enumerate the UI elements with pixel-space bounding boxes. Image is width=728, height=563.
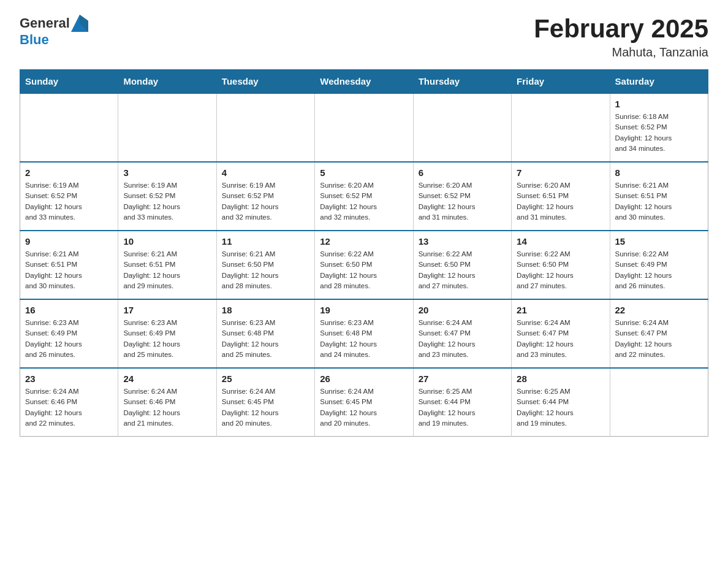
- day-info: Sunrise: 6:24 AM Sunset: 6:47 PM Dayligh…: [615, 318, 703, 360]
- calendar-cell: 17Sunrise: 6:23 AM Sunset: 6:49 PM Dayli…: [118, 299, 216, 368]
- day-info: Sunrise: 6:23 AM Sunset: 6:49 PM Dayligh…: [25, 318, 113, 360]
- calendar-cell: 28Sunrise: 6:25 AM Sunset: 6:44 PM Dayli…: [512, 368, 610, 437]
- day-info: Sunrise: 6:22 AM Sunset: 6:50 PM Dayligh…: [517, 249, 604, 291]
- day-info: Sunrise: 6:24 AM Sunset: 6:45 PM Dayligh…: [320, 386, 408, 429]
- day-number: 7: [517, 167, 604, 178]
- calendar-cell: [610, 368, 708, 437]
- calendar-cell: 15Sunrise: 6:22 AM Sunset: 6:49 PM Dayli…: [610, 231, 708, 299]
- calendar-cell: 5Sunrise: 6:20 AM Sunset: 6:52 PM Daylig…: [315, 162, 413, 231]
- day-info: Sunrise: 6:22 AM Sunset: 6:50 PM Dayligh…: [419, 249, 506, 291]
- day-info: Sunrise: 6:22 AM Sunset: 6:49 PM Dayligh…: [615, 249, 703, 291]
- day-number: 25: [222, 373, 309, 384]
- day-number: 2: [25, 167, 113, 178]
- calendar-cell: [20, 93, 118, 162]
- calendar-week-row: 9Sunrise: 6:21 AM Sunset: 6:51 PM Daylig…: [20, 231, 708, 299]
- calendar-week-row: 1Sunrise: 6:18 AM Sunset: 6:52 PM Daylig…: [20, 93, 708, 162]
- calendar-header-sunday: Sunday: [20, 70, 118, 94]
- day-info: Sunrise: 6:19 AM Sunset: 6:52 PM Dayligh…: [25, 180, 113, 223]
- day-number: 26: [320, 373, 408, 384]
- calendar-cell: 13Sunrise: 6:22 AM Sunset: 6:50 PM Dayli…: [413, 231, 511, 299]
- day-number: 13: [419, 236, 506, 247]
- calendar-cell: 25Sunrise: 6:24 AM Sunset: 6:45 PM Dayli…: [216, 368, 314, 437]
- day-number: 21: [517, 305, 604, 315]
- calendar-cell: 16Sunrise: 6:23 AM Sunset: 6:49 PM Dayli…: [20, 299, 118, 368]
- calendar-cell: 27Sunrise: 6:25 AM Sunset: 6:44 PM Dayli…: [413, 368, 511, 437]
- day-info: Sunrise: 6:18 AM Sunset: 6:52 PM Dayligh…: [615, 112, 703, 154]
- day-info: Sunrise: 6:24 AM Sunset: 6:47 PM Dayligh…: [517, 318, 604, 360]
- calendar-cell: [512, 93, 610, 162]
- calendar-cell: 19Sunrise: 6:23 AM Sunset: 6:48 PM Dayli…: [315, 299, 413, 368]
- calendar-cell: 23Sunrise: 6:24 AM Sunset: 6:46 PM Dayli…: [20, 368, 118, 437]
- day-number: 20: [419, 305, 506, 315]
- title-section: February 2025 Mahuta, Tanzania: [534, 15, 708, 59]
- day-info: Sunrise: 6:24 AM Sunset: 6:46 PM Dayligh…: [123, 386, 211, 429]
- day-info: Sunrise: 6:19 AM Sunset: 6:52 PM Dayligh…: [222, 180, 309, 223]
- calendar-header-saturday: Saturday: [610, 70, 708, 94]
- day-number: 9: [25, 236, 113, 247]
- calendar-cell: 14Sunrise: 6:22 AM Sunset: 6:50 PM Dayli…: [512, 231, 610, 299]
- day-number: 17: [123, 305, 211, 315]
- calendar-cell: 9Sunrise: 6:21 AM Sunset: 6:51 PM Daylig…: [20, 231, 118, 299]
- day-info: Sunrise: 6:20 AM Sunset: 6:52 PM Dayligh…: [419, 180, 506, 223]
- day-info: Sunrise: 6:25 AM Sunset: 6:44 PM Dayligh…: [517, 386, 604, 429]
- day-number: 27: [419, 373, 506, 384]
- calendar-header-thursday: Thursday: [413, 70, 511, 94]
- calendar-table: SundayMondayTuesdayWednesdayThursdayFrid…: [20, 69, 708, 437]
- calendar-cell: 20Sunrise: 6:24 AM Sunset: 6:47 PM Dayli…: [413, 299, 511, 368]
- day-number: 15: [615, 236, 703, 247]
- day-number: 28: [517, 373, 604, 384]
- calendar-cell: 7Sunrise: 6:20 AM Sunset: 6:51 PM Daylig…: [512, 162, 610, 231]
- calendar-cell: 22Sunrise: 6:24 AM Sunset: 6:47 PM Dayli…: [610, 299, 708, 368]
- calendar-cell: 24Sunrise: 6:24 AM Sunset: 6:46 PM Dayli…: [118, 368, 216, 437]
- day-info: Sunrise: 6:25 AM Sunset: 6:44 PM Dayligh…: [419, 386, 506, 429]
- calendar-header-tuesday: Tuesday: [216, 70, 314, 94]
- day-info: Sunrise: 6:19 AM Sunset: 6:52 PM Dayligh…: [123, 180, 211, 223]
- calendar-cell: 26Sunrise: 6:24 AM Sunset: 6:45 PM Dayli…: [315, 368, 413, 437]
- calendar-cell: [118, 93, 216, 162]
- day-number: 16: [25, 305, 113, 315]
- calendar-cell: 12Sunrise: 6:22 AM Sunset: 6:50 PM Dayli…: [315, 231, 413, 299]
- calendar-cell: 1Sunrise: 6:18 AM Sunset: 6:52 PM Daylig…: [610, 93, 708, 162]
- day-info: Sunrise: 6:22 AM Sunset: 6:50 PM Dayligh…: [320, 249, 408, 291]
- day-number: 23: [25, 373, 113, 384]
- calendar-header-friday: Friday: [512, 70, 610, 94]
- calendar-week-row: 16Sunrise: 6:23 AM Sunset: 6:49 PM Dayli…: [20, 299, 708, 368]
- day-info: Sunrise: 6:24 AM Sunset: 6:45 PM Dayligh…: [222, 386, 309, 429]
- day-number: 18: [222, 305, 309, 315]
- calendar-cell: 11Sunrise: 6:21 AM Sunset: 6:50 PM Dayli…: [216, 231, 314, 299]
- calendar-cell: 8Sunrise: 6:21 AM Sunset: 6:51 PM Daylig…: [610, 162, 708, 231]
- day-number: 3: [123, 167, 211, 178]
- day-number: 14: [517, 236, 604, 247]
- day-info: Sunrise: 6:23 AM Sunset: 6:48 PM Dayligh…: [222, 318, 309, 360]
- calendar-cell: 6Sunrise: 6:20 AM Sunset: 6:52 PM Daylig…: [413, 162, 511, 231]
- logo-text-general: General: [20, 15, 70, 31]
- calendar-cell: 10Sunrise: 6:21 AM Sunset: 6:51 PM Dayli…: [118, 231, 216, 299]
- calendar-cell: 3Sunrise: 6:19 AM Sunset: 6:52 PM Daylig…: [118, 162, 216, 231]
- logo-text-blue: Blue: [20, 32, 49, 47]
- calendar-header-wednesday: Wednesday: [315, 70, 413, 94]
- calendar-cell: 18Sunrise: 6:23 AM Sunset: 6:48 PM Dayli…: [216, 299, 314, 368]
- day-number: 4: [222, 167, 309, 178]
- day-info: Sunrise: 6:24 AM Sunset: 6:47 PM Dayligh…: [419, 318, 506, 360]
- day-number: 8: [615, 167, 703, 178]
- calendar-week-row: 23Sunrise: 6:24 AM Sunset: 6:46 PM Dayli…: [20, 368, 708, 437]
- day-number: 1: [615, 99, 703, 109]
- calendar-week-row: 2Sunrise: 6:19 AM Sunset: 6:52 PM Daylig…: [20, 162, 708, 231]
- page-header: General Blue February 2025 Mahuta, Tanza…: [20, 15, 708, 59]
- day-info: Sunrise: 6:24 AM Sunset: 6:46 PM Dayligh…: [25, 386, 113, 429]
- day-number: 19: [320, 305, 408, 315]
- calendar-cell: [216, 93, 314, 162]
- day-number: 12: [320, 236, 408, 247]
- day-number: 5: [320, 167, 408, 178]
- day-number: 10: [123, 236, 211, 247]
- day-info: Sunrise: 6:23 AM Sunset: 6:49 PM Dayligh…: [123, 318, 211, 360]
- calendar-header-monday: Monday: [118, 70, 216, 94]
- logo: General Blue: [20, 15, 89, 48]
- calendar-cell: 2Sunrise: 6:19 AM Sunset: 6:52 PM Daylig…: [20, 162, 118, 231]
- day-info: Sunrise: 6:23 AM Sunset: 6:48 PM Dayligh…: [320, 318, 408, 360]
- day-number: 22: [615, 305, 703, 315]
- day-info: Sunrise: 6:21 AM Sunset: 6:51 PM Dayligh…: [615, 180, 703, 223]
- calendar-cell: 21Sunrise: 6:24 AM Sunset: 6:47 PM Dayli…: [512, 299, 610, 368]
- day-info: Sunrise: 6:21 AM Sunset: 6:51 PM Dayligh…: [25, 249, 113, 291]
- day-info: Sunrise: 6:21 AM Sunset: 6:50 PM Dayligh…: [222, 249, 309, 291]
